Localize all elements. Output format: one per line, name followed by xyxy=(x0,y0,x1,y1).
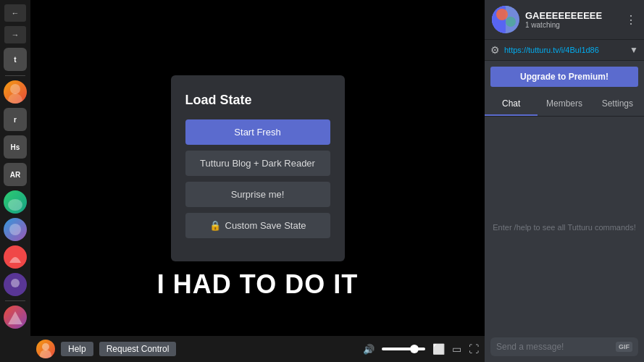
svg-point-6 xyxy=(40,350,51,358)
message-input-placeholder[interactable]: Send a message! xyxy=(496,342,611,352)
meme-text: I HAD TO DO IT xyxy=(30,269,485,300)
svg-point-2 xyxy=(8,199,22,211)
sidebar-avatar-4[interactable] xyxy=(4,245,27,269)
discord-url-row: ⚙ https://tutturu.tv/i/4Bul1d86 ▼ xyxy=(485,40,644,61)
modal-title: Load State xyxy=(185,93,330,108)
sidebar-avatar-5[interactable] xyxy=(4,273,27,296)
discord-hint-text: Enter /help to see all Tutturu commands! xyxy=(493,223,636,232)
discord-user-avatar xyxy=(492,6,519,33)
video-area: Load State Start Fresh Tutturu Blog + Da… xyxy=(30,0,485,336)
lock-icon: 🔒 xyxy=(209,220,221,231)
playback-controls: 🔊 ⬜ ▭ ⛶ xyxy=(363,343,479,355)
discord-header: GAEEEEEEEEEE 1 watching ⋮ xyxy=(485,0,644,40)
sidebar-avatar-2[interactable] xyxy=(4,190,27,214)
sidebar-avatar-hs[interactable]: Hs xyxy=(4,135,27,159)
tab-members[interactable]: Members xyxy=(538,93,590,116)
sidebar-avatar-t[interactable]: t xyxy=(4,48,27,71)
request-control-button[interactable]: Request Control xyxy=(99,342,177,356)
upgrade-premium-button[interactable]: Upgrade to Premium! xyxy=(490,67,638,87)
svg-point-0 xyxy=(10,84,20,94)
discord-watching-count: 1 watching xyxy=(525,21,619,29)
svg-point-4 xyxy=(11,279,20,287)
url-chevron-icon[interactable]: ▼ xyxy=(630,45,638,55)
bottom-bar: Help Request Control 🔊 ⬜ ▭ ⛶ xyxy=(30,336,485,362)
volume-thumb xyxy=(410,345,419,353)
start-fresh-button[interactable]: Start Fresh xyxy=(185,119,330,145)
discord-username: GAEEEEEEEEEE xyxy=(525,10,619,21)
svg-point-1 xyxy=(8,93,22,104)
discord-menu-icon[interactable]: ⋮ xyxy=(625,13,637,27)
gif-badge[interactable]: GIF xyxy=(616,342,632,352)
custom-save-state-button[interactable]: 🔒 Custom Save State xyxy=(185,213,330,238)
sidebar-avatar-1[interactable] xyxy=(4,80,27,104)
volume-slider[interactable] xyxy=(382,348,425,350)
forward-button[interactable]: → xyxy=(4,26,26,43)
theater-icon[interactable]: ▭ xyxy=(452,343,461,355)
fullscreen-icon[interactable]: ⬜ xyxy=(432,343,445,355)
tab-chat[interactable]: Chat xyxy=(485,93,538,116)
user-avatar xyxy=(36,340,55,358)
load-state-modal: Load State Start Fresh Tutturu Blog + Da… xyxy=(171,75,345,261)
stream-url[interactable]: https://tutturu.tv/i/4Bul1d86 xyxy=(504,46,625,54)
tutturu-button[interactable]: Tutturu Blog + Dark Reader xyxy=(185,151,330,176)
volume-icon[interactable]: 🔊 xyxy=(363,344,375,355)
discord-header-info: GAEEEEEEEEEE 1 watching xyxy=(525,10,619,29)
discord-chat-area: Enter /help to see all Tutturu commands! xyxy=(485,117,644,337)
main-content: Load State Start Fresh Tutturu Blog + Da… xyxy=(30,0,485,362)
expand-icon[interactable]: ⛶ xyxy=(469,343,479,355)
sidebar-avatar-bottom[interactable] xyxy=(4,306,27,329)
sidebar-divider-2 xyxy=(5,300,25,301)
left-sidebar: ← → t r Hs AR xyxy=(0,0,30,362)
discord-message-input-container[interactable]: Send a message! GIF xyxy=(490,337,638,356)
surprise-button[interactable]: Surprise me! xyxy=(185,182,330,207)
sidebar-divider-1 xyxy=(5,75,25,76)
discord-panel: GAEEEEEEEEEE 1 watching ⋮ ⚙ https://tutt… xyxy=(485,0,644,362)
discord-tabs: Chat Members Settings xyxy=(485,93,644,117)
svg-point-3 xyxy=(9,224,21,235)
sidebar-avatar-r[interactable]: r xyxy=(4,108,27,131)
sidebar-avatar-3[interactable] xyxy=(4,218,27,241)
sidebar-avatar-ar[interactable]: AR xyxy=(4,163,27,186)
svg-point-9 xyxy=(496,9,508,20)
help-button[interactable]: Help xyxy=(61,342,93,356)
svg-point-5 xyxy=(42,343,49,350)
tab-settings[interactable]: Settings xyxy=(591,93,644,116)
back-button[interactable]: ← xyxy=(4,4,26,22)
settings-icon[interactable]: ⚙ xyxy=(490,44,500,56)
svg-point-10 xyxy=(506,17,516,27)
